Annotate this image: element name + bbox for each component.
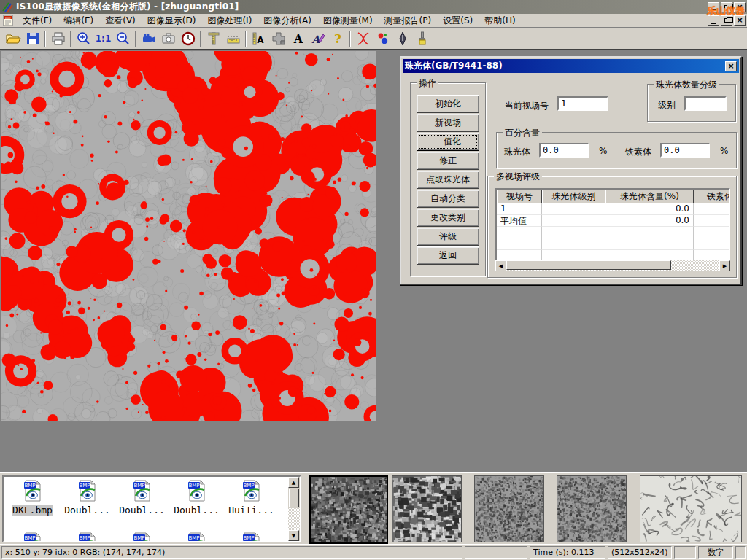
rating-table[interactable]: 视场号 珠光体级别 珠光体含量(%) 铁素体 1 0.0 平均值 [495,188,730,261]
file-item[interactable]: BMP HuiTi... [224,480,279,516]
curve-tool-button[interactable] [353,29,373,48]
auto-classify-button[interactable]: 自动分类 [417,190,479,208]
scroll-right-button[interactable]: ▶ [719,260,730,271]
dialog-title-bar[interactable]: 珠光体(GB/T9441-88) × [403,59,739,73]
file-item[interactable]: BMP [60,532,115,542]
rate-button[interactable]: 评级 [417,228,479,246]
phase-dots-button[interactable] [373,29,392,48]
file-name[interactable]: HuiTi... [228,505,274,516]
change-class-button[interactable]: 更改类别 [417,209,479,227]
file-browser[interactable]: BMP DKF.bmp BMP Doubl... BMP Doubl... BM… [2,475,301,542]
file-item[interactable]: BMP [5,532,60,542]
col-ferrite[interactable]: 铁素体 [694,190,730,203]
thumbnail[interactable] [640,475,742,542]
scroll-left-button[interactable]: ◀ [495,260,506,271]
menu-edit[interactable]: 编辑(E) [58,13,99,28]
brush-button[interactable] [412,29,432,48]
scroll-down-button[interactable]: ▼ [288,530,299,541]
pen-button[interactable] [392,29,412,48]
svg-text:BMP: BMP [188,535,199,541]
dialog-close-button[interactable]: × [725,61,737,71]
file-item[interactable]: BMP [224,532,279,542]
file-item[interactable]: BMP Doubl... [60,480,115,516]
return-button[interactable]: 返回 [417,246,479,265]
zoom-out-button[interactable] [113,29,133,48]
scroll-up-icon: ▲ [292,480,295,486]
help-button[interactable]: ? [328,29,347,48]
new-field-button[interactable]: 新视场 [417,114,479,132]
zoom-in-button[interactable] [74,29,93,48]
restore-button[interactable] [721,2,732,12]
col-pearlite-grade[interactable]: 珠光体级别 [542,190,605,203]
pearlite-percent-input[interactable] [539,143,589,158]
print-button[interactable] [48,29,68,48]
menu-help[interactable]: 帮助(H) [479,13,521,28]
minimize-button[interactable] [708,2,719,12]
toolbar-separator [70,31,71,47]
menu-image-processing[interactable]: 图像处理(I) [201,13,258,28]
pick-pearlite-button[interactable]: 点取珠光体 [417,171,479,189]
current-field-input[interactable] [557,96,608,111]
save-button[interactable] [23,29,42,48]
file-item[interactable]: BMP Doubl... [169,480,224,516]
file-item[interactable]: BMP DKF.bmp [5,480,60,516]
help-question-icon: ? [330,31,346,47]
table-row-empty [497,227,729,238]
file-name-selected[interactable]: DKF.bmp [12,505,53,516]
table-horizontal-scrollbar[interactable]: ◀ ▶ [495,260,730,271]
video-capture-button[interactable] [139,29,158,48]
mdi-restore-button[interactable] [721,15,732,26]
grade-input[interactable] [684,96,727,111]
annotate-button[interactable]: A [308,29,328,48]
file-name[interactable]: Doubl... [119,505,165,516]
scroll-track[interactable] [506,260,719,271]
menu-measure-report[interactable]: 测量报告(P) [379,13,438,28]
scroll-up-button[interactable]: ▲ [288,477,299,488]
close-button[interactable]: × [734,2,746,12]
menu-file[interactable]: 文件(F) [17,13,58,28]
scroll-track[interactable] [288,508,300,530]
mdi-minimize-button[interactable] [708,15,719,26]
pearlite-percent-sign: % [599,146,607,156]
metallographic-image[interactable] [1,51,376,421]
timer-button[interactable] [178,29,198,48]
col-pearlite-content[interactable]: 珠光体含量(%) [605,190,694,203]
file-name[interactable]: Doubl... [174,505,220,516]
initialize-button[interactable]: 初始化 [417,95,479,113]
toolbar-separator [44,31,46,47]
file-name[interactable]: Doubl... [64,505,110,516]
mdi-close-button[interactable]: × [734,15,746,26]
col-field-number[interactable]: 视场号 [497,190,542,203]
table-row[interactable]: 平均值 0.0 [497,215,729,227]
grid-cross-button[interactable] [268,29,288,48]
open-button[interactable] [3,29,23,48]
scroll-down-icon: ▼ [292,533,295,539]
ferrite-percent-input[interactable] [660,143,710,158]
thumbnail[interactable] [474,475,544,542]
snapshot-button[interactable] [158,29,178,48]
file-item[interactable]: BMP [115,532,169,542]
menu-image-display[interactable]: 图像显示(D) [142,13,202,28]
file-vertical-scrollbar[interactable]: ▲ ▼ [288,477,300,541]
thumbnail[interactable] [557,475,627,542]
ferrite-percent-sign: % [720,146,728,156]
ruler-button[interactable] [223,29,243,48]
file-item[interactable]: BMP Doubl... [115,480,169,516]
menu-image-measure[interactable]: 图像测量(M) [317,13,379,28]
caliper-button[interactable] [204,29,223,48]
menu-settings[interactable]: 设置(S) [437,13,479,28]
menu-image-analysis[interactable]: 图像分析(A) [258,13,317,28]
text-button[interactable]: A [288,29,308,48]
scroll-thumb[interactable] [506,260,671,270]
binarize-button[interactable]: 二值化 [417,133,479,151]
thumbnail-selected[interactable] [309,475,388,544]
file-item[interactable]: BMP [169,532,224,542]
scroll-thumb[interactable] [289,489,299,508]
thumbnail[interactable] [392,475,462,542]
correct-button[interactable]: 修正 [417,152,479,170]
table-row[interactable]: 1 0.0 [497,203,729,215]
measure-text-button[interactable]: A [249,29,268,48]
bmp-file-icon: BMP [187,532,206,542]
actual-size-button[interactable]: 1:1 [93,29,113,48]
menu-view[interactable]: 查看(V) [99,13,142,28]
